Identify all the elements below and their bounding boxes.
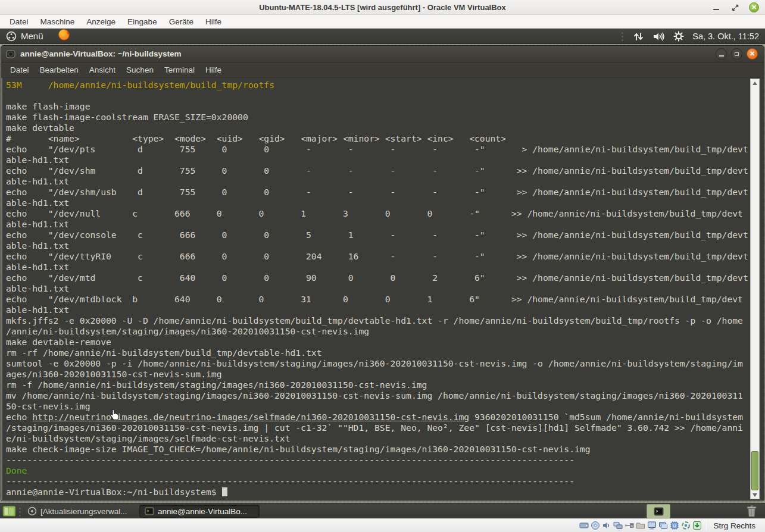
terminal-line: 53M /home/annie/ni-buildsystem/build_tmp… <box>6 80 748 90</box>
minimize-icon <box>713 9 719 10</box>
terminal-app-icon <box>6 49 15 59</box>
mouse-integration-icon[interactable] <box>681 521 691 530</box>
screen: Ubuntu-MATE-18.04.5-LTS [wird ausgeführt… <box>0 0 765 532</box>
vm-menu-datei[interactable]: Datei <box>4 16 35 27</box>
vm-restore-button[interactable] <box>730 2 741 13</box>
vm-minimize-button[interactable] <box>711 2 722 13</box>
recording-icon[interactable] <box>658 521 668 530</box>
terminal-line: able-hd1.txt <box>6 240 748 251</box>
network-traffic-icon[interactable] <box>633 32 644 42</box>
terminal-line: mv /home/annie/ni-buildsystem/staging/im… <box>6 390 748 401</box>
mate-menu-label: Menü <box>21 31 43 41</box>
vm-menu-eingabe[interactable]: Eingabe <box>121 16 163 27</box>
terminal-line: # <name> <type> <mode> <uid> <gid> <majo… <box>6 133 748 144</box>
terminal-icon <box>145 506 154 516</box>
terminal-line: able-hd1.txt <box>6 176 748 187</box>
terminal-line: able-hd1.txt <box>6 155 748 165</box>
terminal-url-link[interactable]: http://neutrino-images.de/neutrino-image… <box>32 412 469 422</box>
terminal-block-cursor <box>222 487 227 496</box>
terminal-line: able-hd1.txt <box>6 198 748 208</box>
terminal-menu-suchen[interactable]: Suchen <box>121 64 159 76</box>
vm-close-button[interactable]: ✕ <box>749 2 759 12</box>
terminal-line: echo "/dev/mtd c 640 0 0 90 0 0 2 6" >> … <box>6 273 748 283</box>
terminal-line: able-hd1.txt <box>6 305 748 315</box>
terminal-close-button[interactable]: ✕ <box>747 48 758 60</box>
update-manager-icon <box>27 506 37 516</box>
statusbar-divider <box>706 521 707 530</box>
terminal-line: able-hd1.txt <box>6 262 748 273</box>
terminal-line: echo "/dev/shm/usb d 755 0 0 - - - - -" … <box>6 187 748 198</box>
display-icon[interactable] <box>647 521 657 530</box>
terminal-line <box>6 90 748 101</box>
scrollbar-up-arrow[interactable] <box>751 79 759 87</box>
keyboard-icon[interactable] <box>692 521 702 530</box>
terminal-line: ----------------------------------------… <box>6 455 748 465</box>
show-desktop-button[interactable] <box>2 505 16 520</box>
terminal-titlebar[interactable]: annie@annie-VirtualBox: ~/ni-buildsystem… <box>1 46 764 62</box>
features-chip-icon[interactable]: U <box>670 521 679 530</box>
shared-folders-icon[interactable] <box>636 521 645 530</box>
terminal-menu-bearbeiten[interactable]: Bearbeiten <box>35 64 84 76</box>
vm-menu-maschine[interactable]: Maschine <box>35 16 81 27</box>
terminal-menu-datei[interactable]: Datei <box>5 64 35 76</box>
host-key-indicator: Strg Rechts <box>711 521 759 530</box>
tasklist-grip-handle[interactable] <box>18 508 22 517</box>
trash-icon <box>745 505 758 518</box>
terminal-line: make check-image-size IMAGE_TO_CHECK=/ho… <box>6 444 748 455</box>
network-icon[interactable] <box>613 521 623 530</box>
vm-window-title: Ubuntu-MATE-18.04.5-LTS [wird ausgeführt… <box>0 3 765 12</box>
terminal-line: Done <box>6 465 748 476</box>
firefox-launcher[interactable] <box>58 29 70 43</box>
firefox-icon <box>58 29 70 41</box>
terminal-menu-ansicht[interactable]: Ansicht <box>84 64 121 76</box>
terminal-line: make flash-image <box>6 101 748 112</box>
vm-menubar: Datei Maschine Anzeige Eingabe Geräte Hi… <box>0 15 765 29</box>
terminal-window-title: annie@annie-VirtualBox: ~/ni-buildsystem <box>20 49 182 58</box>
terminal-output: 53M /home/annie/ni-buildsystem/build_tmp… <box>6 80 748 497</box>
terminal-line: echo "/dev/pts d 755 0 0 - - - - -" > /h… <box>6 144 748 155</box>
panel-clock[interactable]: Sa, 3. Okt., 11:52 <box>692 32 759 41</box>
mate-top-panel: Menü <box>0 29 765 44</box>
taskbar-task-update-manager[interactable]: [Aktualisierungsverwal... <box>23 505 138 518</box>
mate-bottom-panel: [Aktualisierungsverwal... annie@annie-Vi… <box>0 503 765 518</box>
terminal-line: make devtable-remove <box>6 337 748 348</box>
restore-icon <box>731 4 739 12</box>
terminal-line: sumtool -e 0x20000 -p -i /home/annie/ni-… <box>6 358 748 369</box>
taskbar-task-terminal[interactable]: annie@annie-VirtualBo... <box>139 505 260 518</box>
terminal-line: rm -rf /home/annie/ni-buildsystem/build_… <box>6 348 748 358</box>
audio-icon[interactable] <box>602 521 611 530</box>
volume-icon[interactable] <box>652 32 665 42</box>
mate-menu-button[interactable]: Menü <box>0 29 49 43</box>
terminal-line: echo "/dev/ttyRI0 c 666 0 0 204 16 - - -… <box>6 251 748 262</box>
terminal-minimize-button[interactable] <box>716 48 727 60</box>
terminal-scrollbar[interactable] <box>750 79 760 499</box>
terminal-line: make devtable <box>6 123 748 133</box>
terminal-content[interactable]: 53M /home/annie/ni-buildsystem/build_tmp… <box>1 78 764 500</box>
terminal-line: echo "/dev/null c 666 0 0 1 3 0 0 -" >> … <box>6 208 748 219</box>
terminal-menu-terminal[interactable]: Terminal <box>159 64 200 76</box>
window-selector-terminal-icon <box>654 506 664 517</box>
task-label: annie@annie-VirtualBo... <box>158 507 247 516</box>
terminal-line: echo "/dev/mtdblock b 640 0 0 31 0 0 1 6… <box>6 294 748 305</box>
power-gear-icon[interactable] <box>673 31 684 42</box>
terminal-line: ages/ni360-202010031150-cst-nevis-sum.im… <box>6 369 748 380</box>
terminal-line: e/ni-buildsystem/staging/images/selfmade… <box>6 433 748 444</box>
usb-icon[interactable] <box>625 521 634 530</box>
terminal-line: ----------------------------------------… <box>6 476 748 487</box>
terminal-line: able-hd1.txt <box>6 283 748 294</box>
mate-menu-icon <box>6 31 17 42</box>
vm-menu-hilfe[interactable]: Hilfe <box>199 16 227 27</box>
vm-menu-geraete[interactable]: Geräte <box>163 16 199 27</box>
harddisk-icon[interactable] <box>579 521 589 530</box>
scrollbar-thumb[interactable] <box>751 451 758 490</box>
window-selector-button[interactable] <box>647 504 670 518</box>
task-label: [Aktualisierungsverwal... <box>40 507 127 516</box>
terminal-menu-hilfe[interactable]: Hilfe <box>200 64 227 76</box>
terminal-line: echo "/dev/shm d 755 0 0 - - - - -" >> /… <box>6 165 748 176</box>
terminal-line: annie@annie-VirtualBox:~/ni-buildsystem$ <box>6 487 748 497</box>
vm-menu-anzeige[interactable]: Anzeige <box>80 16 121 27</box>
scrollbar-down-arrow[interactable] <box>751 491 759 499</box>
terminal-maximize-button[interactable] <box>731 48 742 60</box>
optical-disc-icon[interactable] <box>591 521 600 530</box>
panel-grip-handle[interactable] <box>620 32 625 41</box>
